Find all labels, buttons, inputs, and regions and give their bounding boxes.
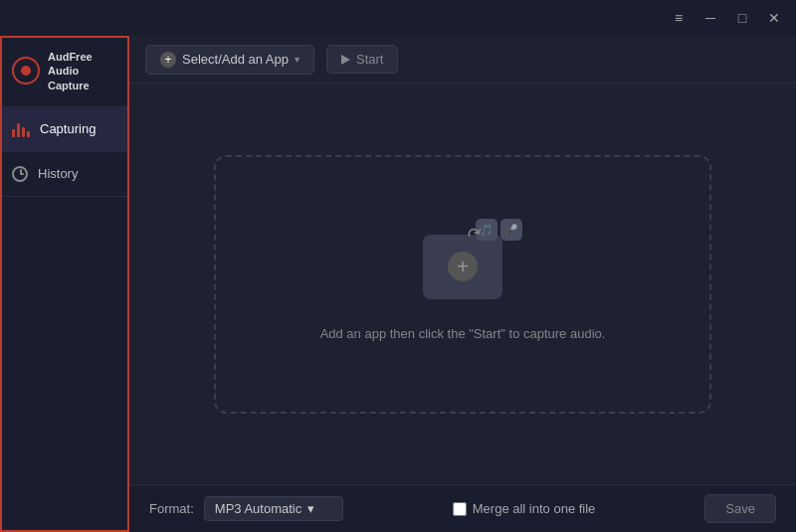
waveform-icon [12,121,30,137]
format-label: Format: [149,501,194,516]
close-button[interactable]: ✕ [760,7,788,29]
footer-left: Format: MP3 Automatic ▾ [149,496,343,521]
app-folder: + [423,235,502,299]
merge-checkbox[interactable] [453,502,467,516]
logo-text: AudFree Audio Capture [48,50,116,92]
mini-icon-2: 🎤 [500,219,522,241]
sidebar-logo: AudFree Audio Capture [0,36,128,107]
drop-zone: 🎵 🎤 ↷ + Add an app then click the "Start… [214,155,711,414]
sidebar: AudFree Audio Capture Capturing History [0,36,129,532]
format-chevron-icon: ▾ [307,501,314,516]
menu-button[interactable]: ≡ [665,7,693,29]
footer: Format: MP3 Automatic ▾ Merge all into o… [129,484,796,532]
app-body: AudFree Audio Capture Capturing History … [0,36,796,532]
title-bar: ≡ ─ □ ✕ [0,0,796,36]
maximize-button[interactable]: □ [728,7,756,29]
start-label: Start [356,52,383,67]
play-icon [341,55,350,65]
toolbar: + Select/Add an App ▾ Start [129,36,796,84]
start-button[interactable]: Start [326,45,398,74]
drop-area: 🎵 🎤 ↷ + Add an app then click the "Start… [129,84,796,484]
select-app-label: Select/Add an App [182,52,289,67]
sidebar-item-history[interactable]: History [0,152,128,197]
minimize-button[interactable]: ─ [696,7,724,29]
logo-record-dot [21,66,31,76]
logo-icon [12,57,40,85]
sidebar-item-capturing-label: Capturing [40,121,96,136]
save-button[interactable]: Save [704,494,776,523]
plus-icon: + [160,52,176,68]
main-content: + Select/Add an App ▾ Start 🎵 🎤 ↷ [129,36,796,532]
merge-checkbox-wrap[interactable]: Merge all into one file [453,501,596,516]
chevron-down-icon: ▾ [295,54,299,65]
format-select[interactable]: MP3 Automatic ▾ [204,496,343,521]
format-value: MP3 Automatic [215,501,301,516]
app-icon-area: 🎵 🎤 ↷ + [413,227,512,306]
add-app-icon: + [448,252,478,281]
clock-icon [12,166,28,182]
select-app-button[interactable]: + Select/Add an App ▾ [145,45,314,75]
sidebar-item-capturing[interactable]: Capturing [0,107,128,152]
footer-center: Merge all into one file [453,501,596,516]
merge-label: Merge all into one file [473,501,596,516]
sidebar-item-history-label: History [38,166,78,181]
drop-hint: Add an app then click the "Start" to cap… [320,326,606,341]
